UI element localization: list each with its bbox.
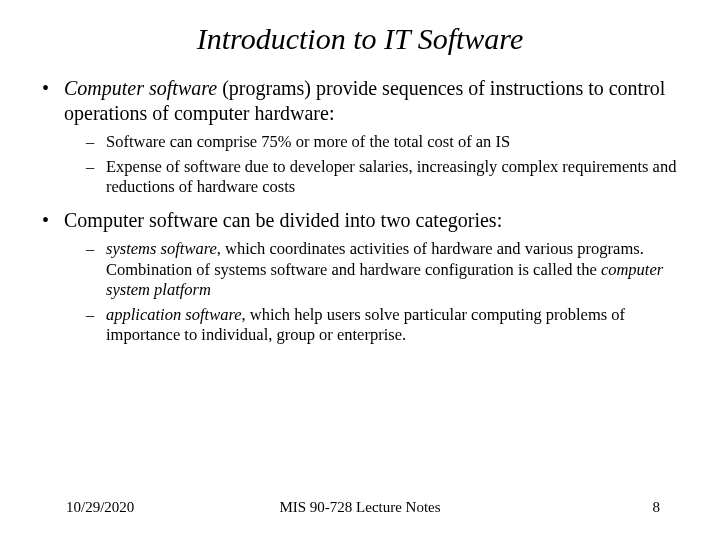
bullet-list: Computer software (programs) provide seq…	[36, 76, 684, 346]
footer-center: MIS 90-728 Lecture Notes	[279, 499, 440, 516]
bullet-1-sublist: Software can comprise 75% or more of the…	[64, 132, 684, 198]
bullet-1-sub-1: Software can comprise 75% or more of the…	[64, 132, 684, 153]
bullet-2-text: Computer software can be divided into tw…	[64, 209, 502, 231]
bullet-2-sub-1: systems software, which coordinates acti…	[64, 239, 684, 301]
bullet-2-sub-2-ital: application software	[106, 305, 242, 324]
bullet-1-lead-ital: Computer software	[64, 77, 217, 99]
footer-page-number: 8	[653, 499, 661, 516]
footer: 10/29/2020 MIS 90-728 Lecture Notes 8	[0, 499, 720, 516]
bullet-1: Computer software (programs) provide seq…	[36, 76, 684, 198]
bullet-2: Computer software can be divided into tw…	[36, 208, 684, 346]
slide: Introduction to IT Software Computer sof…	[0, 0, 720, 540]
bullet-2-sub-2: application software, which help users s…	[64, 305, 684, 346]
footer-date: 10/29/2020	[66, 499, 134, 516]
bullet-2-sub-1-ital: systems software	[106, 239, 217, 258]
bullet-1-sub-2: Expense of software due to developer sal…	[64, 157, 684, 198]
bullet-2-sublist: systems software, which coordinates acti…	[64, 239, 684, 346]
slide-title: Introduction to IT Software	[36, 22, 684, 56]
